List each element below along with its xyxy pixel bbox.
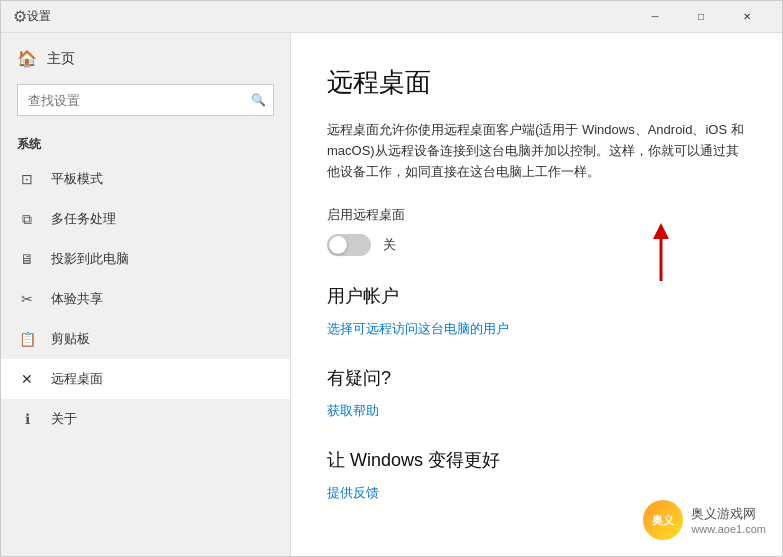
sidebar-item-about-label: 关于 — [51, 410, 77, 428]
settings-icon: ⚙ — [13, 7, 27, 26]
maximize-button[interactable]: □ — [678, 1, 724, 33]
section-title: 系统 — [1, 124, 290, 159]
sidebar-item-multitask-label: 多任务处理 — [51, 210, 116, 228]
watermark-logo: 奥义 — [643, 500, 683, 540]
sidebar-item-about[interactable]: ℹ 关于 — [1, 399, 290, 439]
help-section: 有疑问? 获取帮助 — [327, 366, 746, 420]
windows-section: 让 Windows 变得更好 提供反馈 — [327, 448, 746, 502]
sidebar-item-tablet[interactable]: ⊡ 平板模式 — [1, 159, 290, 199]
toggle-knob — [329, 236, 347, 254]
sidebar-item-clipboard-label: 剪贴板 — [51, 330, 90, 348]
sidebar-item-tablet-label: 平板模式 — [51, 170, 103, 188]
window-controls: ─ □ ✕ — [632, 1, 770, 33]
windows-title: 让 Windows 变得更好 — [327, 448, 746, 472]
user-account-link[interactable]: 选择可远程访问这台电脑的用户 — [327, 320, 746, 338]
sidebar-item-multitask[interactable]: ⧉ 多任务处理 — [1, 199, 290, 239]
svg-marker-1 — [653, 223, 669, 239]
home-icon: 🏠 — [17, 49, 37, 68]
arrow-annotation — [631, 221, 691, 295]
search-icon: 🔍 — [251, 93, 266, 107]
main-layout: 🏠 主页 🔍 系统 ⊡ 平板模式 ⧉ 多任务处理 🖥 投影到此电脑 — [1, 33, 782, 556]
sidebar-item-clipboard[interactable]: 📋 剪贴板 — [1, 319, 290, 359]
watermark-url: www.aoe1.com — [691, 523, 766, 535]
search-input[interactable] — [17, 84, 274, 116]
sidebar-header: 🏠 主页 — [1, 33, 290, 76]
close-button[interactable]: ✕ — [724, 1, 770, 33]
sidebar-item-share[interactable]: ✂ 体验共享 — [1, 279, 290, 319]
minimize-button[interactable]: ─ — [632, 1, 678, 33]
remote-icon: ✕ — [17, 369, 37, 389]
titlebar: ⚙ 设置 ─ □ ✕ — [1, 1, 782, 33]
window: ⚙ 设置 ─ □ ✕ 🏠 主页 🔍 系统 ⊡ 平板模式 ⧉ — [0, 0, 783, 557]
content-description: 远程桌面允许你使用远程桌面客户端(适用于 Windows、Android、iOS… — [327, 120, 746, 182]
multitask-icon: ⧉ — [17, 209, 37, 229]
sidebar-item-project[interactable]: 🖥 投影到此电脑 — [1, 239, 290, 279]
sidebar: 🏠 主页 🔍 系统 ⊡ 平板模式 ⧉ 多任务处理 🖥 投影到此电脑 — [1, 33, 291, 556]
watermark: 奥义 奥义游戏网 www.aoe1.com — [643, 500, 766, 540]
project-icon: 🖥 — [17, 249, 37, 269]
remote-desktop-toggle[interactable] — [327, 234, 371, 256]
sidebar-item-project-label: 投影到此电脑 — [51, 250, 129, 268]
about-icon: ℹ — [17, 409, 37, 429]
search-box[interactable]: 🔍 — [17, 84, 274, 116]
share-icon: ✂ — [17, 289, 37, 309]
sidebar-item-remote-label: 远程桌面 — [51, 370, 103, 388]
help-title: 有疑问? — [327, 366, 746, 390]
sidebar-home-label[interactable]: 主页 — [47, 50, 75, 68]
page-title: 远程桌面 — [327, 65, 746, 100]
content-area: 远程桌面 远程桌面允许你使用远程桌面客户端(适用于 Windows、Androi… — [291, 33, 782, 556]
sidebar-item-share-label: 体验共享 — [51, 290, 103, 308]
tablet-icon: ⊡ — [17, 169, 37, 189]
clipboard-icon: 📋 — [17, 329, 37, 349]
watermark-site-name: 奥义游戏网 — [691, 505, 766, 523]
sidebar-item-remote[interactable]: ✕ 远程桌面 — [1, 359, 290, 399]
help-link[interactable]: 获取帮助 — [327, 402, 746, 420]
window-title: 设置 — [27, 8, 632, 25]
toggle-state-label: 关 — [383, 236, 396, 254]
watermark-text: 奥义游戏网 www.aoe1.com — [691, 505, 766, 535]
